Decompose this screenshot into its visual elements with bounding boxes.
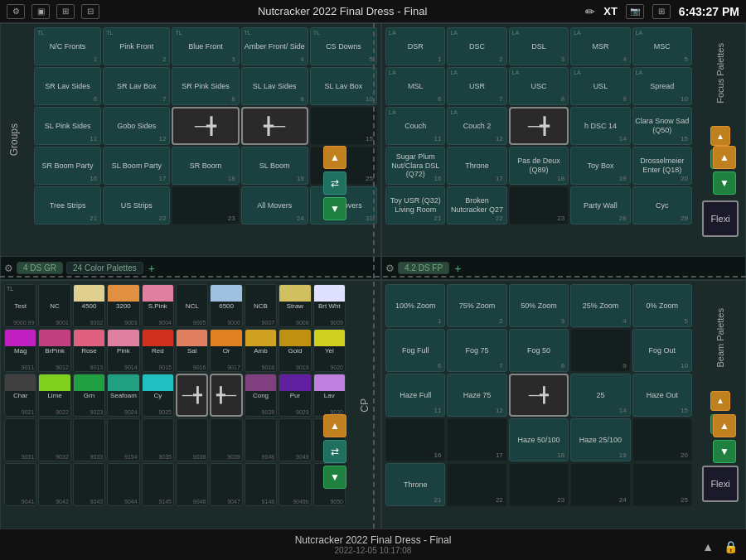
q4-nav-up[interactable]: ▲ bbox=[710, 391, 730, 411]
nav-up-left[interactable]: ▲ bbox=[323, 146, 346, 169]
btn-dsl[interactable]: LADSL3 bbox=[509, 27, 569, 65]
btn-usr[interactable]: LAUSR7 bbox=[447, 67, 506, 105]
btn-couch2[interactable]: LACouch 212 bbox=[447, 107, 506, 145]
cp-4500[interactable]: 45009002 bbox=[73, 284, 105, 327]
btn-hdsc14[interactable]: h DSC 1414 bbox=[570, 107, 630, 145]
nav-swap-bl[interactable]: ⇄ bbox=[323, 440, 346, 463]
btn-fog-full[interactable]: Fog Full6 bbox=[385, 329, 445, 372]
cp-sal[interactable]: Sal9016 bbox=[176, 329, 208, 372]
cp-empty-34[interactable]: 9154 bbox=[107, 418, 139, 461]
cp-empty-47[interactable]: 9047 bbox=[210, 463, 242, 506]
btn-throne[interactable]: Throne17 bbox=[447, 147, 506, 185]
cp-test[interactable]: TLTest9000.99 bbox=[4, 284, 36, 327]
btn-plusminus-1[interactable]: ─╋ bbox=[172, 107, 239, 145]
btn-toy-usr[interactable]: Toy USR (Q32) Living Room21 bbox=[385, 186, 445, 224]
btn-couch[interactable]: LACouch11 bbox=[385, 107, 445, 145]
btn-toy-box[interactable]: Toy Box19 bbox=[570, 147, 630, 185]
cp-spink[interactable]: S.Pink9004 bbox=[142, 284, 174, 327]
btn-plusminus-2[interactable]: ╋─ bbox=[241, 107, 308, 145]
btn-0zoom[interactable]: 0% Zoom5 bbox=[632, 284, 692, 327]
btn-sr-lav-sides[interactable]: SR Lav Sides6 bbox=[34, 67, 101, 105]
btn-broken-nutcracker[interactable]: Broken Nutcracker Q2722 bbox=[447, 186, 506, 224]
cp-ncb[interactable]: NCB9007 bbox=[245, 284, 277, 327]
btn-msc[interactable]: LAMSC5 bbox=[632, 27, 692, 65]
cp-rose[interactable]: Rose9013 bbox=[73, 329, 105, 372]
btn-haze25[interactable]: 2514 bbox=[570, 374, 630, 417]
btn-haze50-100[interactable]: Haze 50/10018 bbox=[509, 418, 569, 461]
btn-75zoom[interactable]: 75% Zoom2 bbox=[447, 284, 506, 327]
btn-25zoom[interactable]: 25% Zoom4 bbox=[570, 284, 630, 327]
btn-bp-empty-17[interactable]: 17 bbox=[447, 418, 506, 461]
btn-bp-empty-25[interactable]: 25 bbox=[632, 463, 692, 506]
cp-gold[interactable]: Gold9019 bbox=[279, 329, 311, 372]
nav-up-bl[interactable]: ▲ bbox=[323, 414, 346, 437]
btn-drosselmeier[interactable]: Drosselmeier Enter (Q18)20 bbox=[632, 147, 692, 185]
cp-mag[interactable]: Mag9011 bbox=[4, 329, 36, 372]
btn-sr-boom[interactable]: SR Boom18 bbox=[172, 147, 239, 185]
cp-empty-48[interactable]: 9148 bbox=[245, 463, 277, 506]
btn-sl-lav-box[interactable]: SL Lav Box10 bbox=[310, 67, 377, 105]
btn-msl[interactable]: LAMSL6 bbox=[385, 67, 445, 105]
cp-lav[interactable]: Lav9030 bbox=[313, 374, 346, 417]
btn-empty-23[interactable]: 23 bbox=[172, 186, 239, 224]
btn-bp-empty-20[interactable]: 20 bbox=[632, 418, 692, 461]
btn-sl-boom[interactable]: SL Boom19 bbox=[241, 147, 308, 185]
cp-brpink[interactable]: BrPink9012 bbox=[38, 329, 70, 372]
btn-bp-empty-22[interactable]: 22 bbox=[447, 463, 506, 506]
cp-empty-42[interactable]: 9042 bbox=[38, 463, 70, 506]
nav-down-bl[interactable]: ▼ bbox=[323, 466, 346, 489]
btn-fog75[interactable]: Fog 757 bbox=[447, 329, 506, 372]
btn-fog-out[interactable]: Fog Out10 bbox=[632, 329, 692, 372]
btn-dsc[interactable]: LADSC2 bbox=[447, 27, 506, 65]
btn-usl[interactable]: LAUSL9 bbox=[570, 67, 630, 105]
q2-flexi-button[interactable]: Flexi bbox=[702, 200, 739, 237]
cp-amb[interactable]: Amb9018 bbox=[245, 329, 277, 372]
cp-grn[interactable]: Grn9023 bbox=[73, 374, 105, 417]
q1-gear-icon[interactable]: ⚙ bbox=[4, 263, 13, 274]
nav-up-br[interactable]: ▲ bbox=[713, 414, 736, 437]
bottom-lock-icon[interactable]: 🔒 bbox=[724, 540, 738, 553]
btn-pink-front[interactable]: TLPink Front2 bbox=[103, 27, 170, 65]
cp-straw[interactable]: Straw9008 bbox=[279, 284, 311, 327]
btn-amber-front-side[interactable]: TLAmber Front/ Side4 bbox=[241, 27, 308, 65]
cp-empty-44[interactable]: 9044 bbox=[107, 463, 139, 506]
btn-us-strips[interactable]: US Strips22 bbox=[103, 186, 170, 224]
btn-gobo-sides[interactable]: Gobo Sides12 bbox=[103, 107, 170, 145]
btn-msr[interactable]: LAMSR4 bbox=[570, 27, 630, 65]
icon-monitor3[interactable]: ⊟ bbox=[81, 4, 99, 19]
btn-cs-downs[interactable]: TLCS Downs5 bbox=[310, 27, 377, 65]
cp-6500[interactable]: 65009006 bbox=[210, 284, 242, 327]
nav-up-right[interactable]: ▲ bbox=[713, 146, 736, 169]
icon-monitor1[interactable]: ▣ bbox=[31, 4, 50, 19]
btn-haze-full[interactable]: Haze Full11 bbox=[385, 374, 445, 417]
q2-gear-icon[interactable]: ⚙ bbox=[385, 263, 395, 274]
nav-down-br[interactable]: ▼ bbox=[713, 440, 736, 463]
q1-tab-active[interactable]: 4 DS GR bbox=[17, 262, 63, 274]
q2-tab-active[interactable]: 4.2 DS FP bbox=[398, 262, 449, 274]
nav-swap-left[interactable]: ⇄ bbox=[323, 171, 346, 195]
btn-100zoom[interactable]: 100% Zoom1 bbox=[385, 284, 445, 327]
cp-lime[interactable]: Lime9022 bbox=[38, 374, 70, 417]
btn-usc[interactable]: LAUSC8 bbox=[509, 67, 569, 105]
cp-empty-33[interactable]: 9033 bbox=[73, 418, 105, 461]
btn-bp-empty-24[interactable]: 24 bbox=[570, 463, 630, 506]
btn-throne-bp[interactable]: Throne21 bbox=[385, 463, 445, 506]
cp-pur[interactable]: Pur9029 bbox=[279, 374, 311, 417]
btn-dsr[interactable]: LADSR1 bbox=[385, 27, 445, 65]
btn-50zoom[interactable]: 50% Zoom3 bbox=[509, 284, 569, 327]
btn-fp-empty-23[interactable]: 23 bbox=[509, 186, 569, 224]
cp-seafoam[interactable]: Seafoam9024 bbox=[107, 374, 139, 417]
cp-empty-49[interactable]: 9049b bbox=[279, 463, 311, 506]
btn-sl-boom-party[interactable]: SL Boom Party17 bbox=[103, 147, 170, 185]
icon-monitor2[interactable]: ⊞ bbox=[56, 4, 75, 19]
cp-yel[interactable]: Yel9020 bbox=[313, 329, 346, 372]
btn-fp-plusminus[interactable]: ─╋ bbox=[509, 107, 569, 145]
cp-empty-46[interactable]: 9046 bbox=[176, 463, 208, 506]
btn-empty-15[interactable]: 15 bbox=[310, 107, 377, 145]
cp-empty-45[interactable]: 9145 bbox=[142, 463, 174, 506]
cp-empty-31[interactable]: 9031 bbox=[4, 418, 36, 461]
btn-blue-front[interactable]: TLBlue Front3 bbox=[172, 27, 239, 65]
btn-sr-lav-box[interactable]: SR Lav Box7 bbox=[103, 67, 170, 105]
btn-sl-lav-sides[interactable]: SL Lav Sides9 bbox=[241, 67, 308, 105]
q1-tab-color[interactable]: 24 Color Palettes bbox=[66, 262, 143, 274]
